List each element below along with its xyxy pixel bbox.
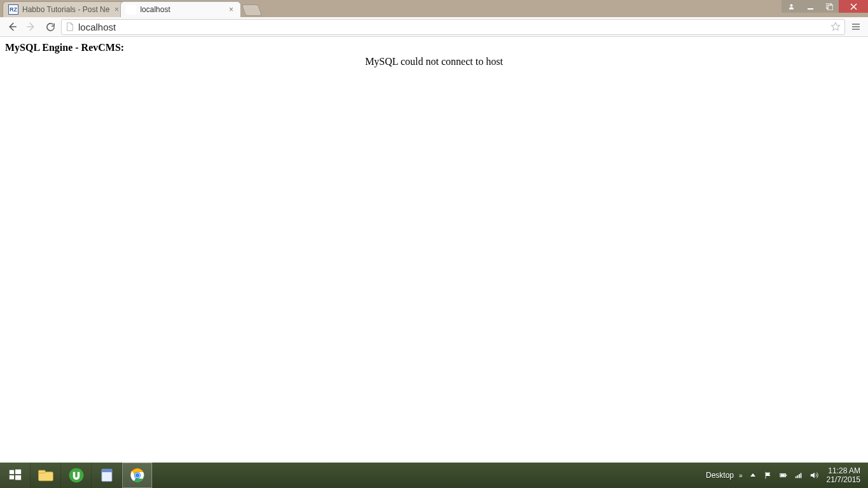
utorrent-icon (67, 466, 85, 484)
address-bar[interactable] (61, 19, 845, 35)
page-content: MySQL Engine - RevCMS: MySQL could not c… (0, 37, 868, 463)
svg-rect-4 (15, 470, 21, 474)
taskbar-notepad[interactable] (92, 463, 122, 488)
chrome-icon (128, 466, 146, 484)
taskbar-file-explorer[interactable] (31, 463, 61, 488)
page-heading: MySQL Engine - RevCMS: (5, 42, 863, 53)
svg-rect-3 (9, 470, 13, 474)
maximize-button[interactable] (820, 0, 839, 13)
tab-strip: RZ Habbo Tutorials - Post Ne × localhost… (0, 0, 260, 17)
svg-rect-0 (808, 8, 813, 10)
volume-icon[interactable] (809, 470, 819, 480)
start-button[interactable] (0, 463, 31, 488)
svg-rect-5 (9, 475, 13, 479)
svg-rect-22 (800, 473, 801, 478)
clock-time: 11:28 AM (827, 466, 860, 475)
new-tab-button[interactable] (242, 4, 263, 16)
page-icon (65, 22, 74, 31)
clock-date: 21/7/2015 (827, 475, 860, 484)
favicon-rz: RZ (8, 4, 18, 15)
forward-button[interactable] (23, 18, 39, 35)
back-button[interactable] (4, 18, 20, 35)
svg-point-9 (69, 468, 83, 483)
tab-localhost[interactable]: localhost × (120, 1, 241, 17)
tab-title: Habbo Tutorials - Post Ne (22, 5, 109, 14)
svg-rect-21 (799, 474, 800, 478)
system-tray: Desktop » 11:28 AM 21/7/2015 (703, 463, 868, 488)
page-icon (126, 4, 136, 15)
reload-button[interactable] (42, 18, 59, 35)
svg-rect-6 (15, 475, 21, 480)
browser-toolbar (0, 17, 868, 37)
notepad-icon (98, 466, 116, 484)
taskbar-clock[interactable]: 11:28 AM 21/7/2015 (824, 466, 865, 485)
taskbar-chrome[interactable] (122, 463, 153, 488)
error-message: MySQL could not connect to host (5, 56, 863, 67)
svg-rect-17 (785, 475, 787, 476)
browser-titlebar: RZ Habbo Tutorials - Post Ne × localhost… (0, 0, 868, 17)
desktop-toolbar-label[interactable]: Desktop (706, 471, 734, 480)
close-icon[interactable]: × (112, 5, 121, 14)
taskbar-utorrent[interactable] (61, 463, 92, 488)
tray-overflow-icon[interactable]: » (739, 472, 743, 479)
svg-rect-18 (780, 474, 785, 477)
tab-habbo-tutorials[interactable]: RZ Habbo Tutorials - Post Ne × (3, 1, 127, 17)
svg-rect-8 (38, 470, 45, 473)
url-input[interactable] (78, 22, 827, 32)
battery-icon[interactable] (778, 470, 789, 480)
close-icon[interactable]: × (226, 5, 235, 14)
bookmark-star-icon[interactable] (830, 22, 841, 32)
file-explorer-icon (37, 466, 55, 484)
user-icon[interactable] (782, 0, 801, 13)
svg-rect-20 (797, 475, 798, 478)
tray-up-icon[interactable] (748, 470, 758, 480)
tab-title: localhost (140, 5, 224, 14)
svg-rect-2 (828, 5, 833, 10)
minimize-button[interactable] (801, 0, 820, 13)
windows-taskbar: Desktop » 11:28 AM 21/7/2015 (0, 463, 868, 488)
svg-rect-19 (795, 477, 796, 478)
window-controls (782, 0, 868, 17)
network-icon[interactable] (794, 470, 804, 480)
svg-point-15 (135, 473, 139, 478)
close-button[interactable] (839, 0, 868, 13)
svg-rect-11 (101, 469, 111, 472)
chrome-menu-button[interactable] (848, 18, 864, 35)
flag-icon[interactable] (763, 470, 773, 480)
